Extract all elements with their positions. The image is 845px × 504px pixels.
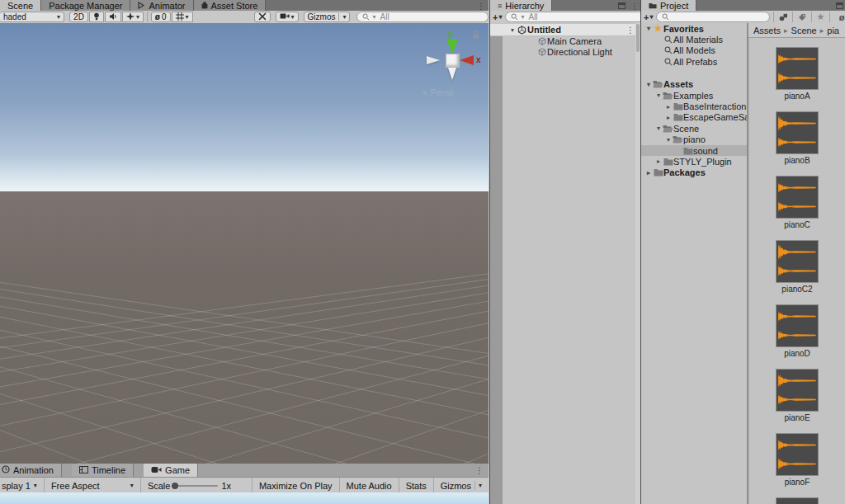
2d-toggle-button[interactable]: 2D [69, 12, 88, 22]
scene-search-field[interactable]: ▾ [356, 12, 489, 22]
axis-left-cone[interactable] [427, 56, 440, 64]
tree-row-favorites[interactable]: ▾★Favorites [641, 23, 747, 34]
tab-game[interactable]: Game [144, 464, 198, 477]
tree-row-examples[interactable]: ▾Examples [641, 90, 747, 101]
hierarchy-menu-icon[interactable]: ⋮ [628, 2, 641, 11]
chevron-down-icon: ▾ [186, 14, 189, 21]
breadcrumb-scene[interactable]: Scene [791, 26, 817, 35]
audio-waveform-thumbnail[interactable] [776, 47, 819, 90]
gizmos-dropdown-button[interactable]: Gizmos ▾ [304, 12, 351, 22]
lock-icon[interactable] [472, 31, 479, 41]
project-search-input[interactable] [672, 12, 764, 22]
shading-mode-dropdown[interactable]: haded ▾ [0, 12, 64, 22]
hierarchy-scene-row[interactable]: ▾ Untitled ⋮ [490, 24, 641, 36]
asset-item-pianoC2[interactable]: pianoC2 [748, 240, 845, 294]
axis-y-cone[interactable] [446, 40, 458, 54]
audio-waveform-thumbnail[interactable] [776, 369, 819, 412]
hierarchy-search-input[interactable] [526, 12, 638, 22]
perspective-label[interactable]: < Persp [422, 87, 454, 97]
foldout-arrow-icon[interactable]: ▸ [654, 158, 663, 165]
breadcrumb-assets[interactable]: Assets [753, 26, 781, 35]
foldout-arrow-icon[interactable]: ▸ [644, 169, 653, 177]
effects-dropdown-button[interactable]: ▾ [122, 12, 144, 22]
gizmo-cube[interactable] [446, 54, 460, 68]
asset-item-pianoB[interactable]: pianoB [748, 111, 845, 165]
hierarchy-search-field[interactable]: ▾ [505, 12, 644, 22]
tree-row-baseinteractions[interactable]: ▸BaseInteractionS [641, 101, 747, 111]
audio-toggle-button[interactable] [105, 12, 121, 22]
tree-row-escapegamesa[interactable]: ▸EscapeGameSa [641, 112, 747, 123]
scene-visibility-button[interactable]: ø 0 [151, 12, 171, 22]
tab-project[interactable]: Project [641, 0, 696, 11]
audio-waveform-thumbnail[interactable] [776, 240, 819, 283]
foldout-arrow-icon[interactable]: ▾ [644, 25, 653, 32]
audio-waveform-thumbnail[interactable] [776, 497, 819, 504]
project-search-field[interactable] [656, 12, 770, 22]
tab-scene[interactable]: Scene [0, 0, 41, 11]
scale-slider[interactable]: Scale 1x [141, 478, 238, 493]
game-panel-menu-icon[interactable]: ⋮ [470, 464, 489, 477]
hidden-packages-button[interactable]: ø [830, 12, 845, 22]
tree-row-styly-plugin[interactable]: ▸STYLY_Plugin [641, 156, 747, 167]
audio-waveform-thumbnail[interactable] [776, 304, 819, 347]
create-add-button[interactable]: +▾ [644, 12, 653, 22]
search-by-type-button[interactable] [774, 12, 793, 22]
tree-row-piano[interactable]: ▾piano [641, 134, 747, 145]
tab-timeline[interactable]: Timeline [72, 464, 134, 477]
axis-down-cone[interactable] [448, 68, 456, 80]
foldout-arrow-icon[interactable]: ▾ [508, 26, 517, 34]
asset-item-pianoE[interactable]: pianoE [748, 369, 845, 422]
tree-row-all-models[interactable]: All Models [641, 45, 747, 56]
create-add-button[interactable]: +▾ [493, 12, 502, 22]
tree-row-sound[interactable]: sound [641, 145, 747, 156]
dock-icon[interactable] [618, 2, 625, 9]
scene-viewport[interactable]: y x < Persp [0, 23, 489, 464]
tree-row-scene[interactable]: ▾Scene [641, 123, 747, 134]
grid-snap-dropdown-button[interactable]: ▾ [172, 12, 193, 22]
tab-animation[interactable]: Animation [0, 464, 62, 477]
asset-item-pianoD[interactable]: pianoD [748, 304, 845, 358]
foldout-arrow-icon[interactable]: ▸ [664, 114, 673, 121]
scale-slider-track[interactable] [173, 485, 218, 487]
scene-camera-dropdown-button[interactable]: ▾ [276, 12, 299, 22]
maximize-on-play-button[interactable]: Maximize On Play [253, 478, 339, 493]
foldout-arrow-icon[interactable]: ▸ [664, 103, 673, 111]
tab-asset-store[interactable]: Asset Store [194, 0, 267, 11]
stats-button[interactable]: Stats [399, 478, 433, 493]
mute-audio-button[interactable]: Mute Audio [340, 478, 399, 493]
saved-search-star-button[interactable]: ★ [812, 12, 831, 22]
search-by-label-button[interactable] [793, 12, 812, 22]
tree-row-assets[interactable]: ▾Assets [641, 79, 747, 90]
scene-panel-menu-icon[interactable]: ⋮ [474, 2, 489, 11]
scene-search-input[interactable] [378, 12, 483, 22]
aspect-dropdown[interactable]: Free Aspect ▾ [45, 478, 140, 493]
lighting-toggle-button[interactable] [89, 12, 104, 22]
audio-waveform-thumbnail[interactable] [776, 111, 819, 154]
tool-settings-button[interactable] [254, 12, 271, 22]
breadcrumb-piano[interactable]: pia [827, 26, 839, 35]
audio-waveform-thumbnail[interactable] [776, 176, 819, 219]
asset-item-partial[interactable] [748, 497, 845, 504]
asset-item-pianoF[interactable]: pianoF [748, 433, 845, 487]
scale-slider-knob[interactable] [172, 483, 178, 489]
axis-x-cone[interactable] [460, 55, 474, 65]
tree-row-all-prefabs[interactable]: All Prefabs [641, 56, 747, 67]
asset-item-pianoC[interactable]: pianoC [748, 176, 845, 229]
game-gizmos-dropdown[interactable]: Gizmos ▾ [434, 478, 489, 493]
foldout-arrow-icon[interactable]: ▾ [644, 81, 653, 88]
tab-hierarchy[interactable]: ≡ Hierarchy [490, 0, 552, 11]
dock-icon[interactable] [836, 2, 843, 9]
foldout-arrow-icon[interactable]: ▾ [664, 136, 673, 144]
hierarchy-toolbar: +▾ ▾ [490, 11, 646, 24]
display-dropdown[interactable]: splay 1 ▾ [0, 478, 44, 493]
asset-item-pianoA[interactable]: pianoA [748, 47, 845, 101]
hierarchy-item-directional-light[interactable]: Directional Light [490, 46, 641, 58]
foldout-arrow-icon[interactable]: ▾ [654, 92, 663, 99]
tree-row-packages[interactable]: ▸Packages [641, 167, 747, 178]
hierarchy-item-main-camera[interactable]: Main Camera [490, 35, 641, 47]
tab-animator[interactable]: Animator [130, 0, 193, 11]
tree-row-all-materials[interactable]: All Materials [641, 34, 747, 45]
audio-waveform-thumbnail[interactable] [776, 433, 819, 476]
foldout-arrow-icon[interactable]: ▾ [654, 125, 663, 132]
tab-package-manager[interactable]: Package Manager [41, 0, 130, 11]
